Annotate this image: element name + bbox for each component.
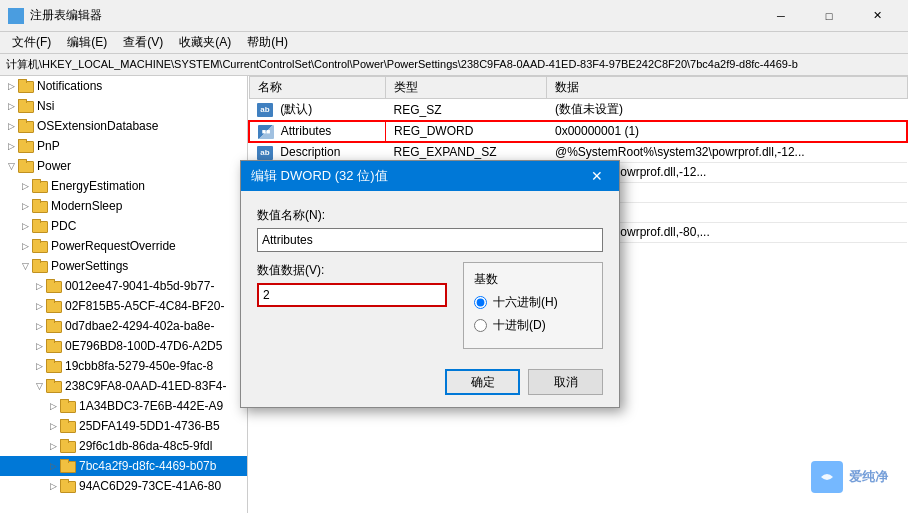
folder-icon bbox=[18, 139, 34, 153]
value-name-input[interactable] bbox=[257, 228, 603, 252]
tree-label: 1A34BDC3-7E6B-442E-A9 bbox=[79, 399, 223, 413]
menu-edit[interactable]: 编辑(E) bbox=[59, 32, 115, 53]
expand-icon: ▽ bbox=[32, 379, 46, 393]
menu-file[interactable]: 文件(F) bbox=[4, 32, 59, 53]
window-title: 注册表编辑器 bbox=[30, 7, 758, 24]
tree-label: 0012ee47-9041-4b5d-9b77- bbox=[65, 279, 214, 293]
folder-icon bbox=[32, 179, 48, 193]
edit-dialog: 编辑 DWORD (32 位)值 ✕ 数值名称(N): 数值数据(V): 基数 … bbox=[240, 160, 620, 408]
radio-hex-item[interactable]: 十六进制(H) bbox=[474, 294, 592, 311]
tree-label: Power bbox=[37, 159, 71, 173]
dialog-close-button[interactable]: ✕ bbox=[585, 164, 609, 188]
expand-icon: ▷ bbox=[18, 219, 32, 233]
tree-item-238c[interactable]: ▽ 238C9FA8-0AAD-41ED-83F4- bbox=[0, 376, 247, 396]
tree-item-powerrequest[interactable]: ▷ PowerRequestOverride bbox=[0, 236, 247, 256]
menu-view[interactable]: 查看(V) bbox=[115, 32, 171, 53]
dialog-buttons: 确定 取消 bbox=[241, 361, 619, 407]
tree-label: 238C9FA8-0AAD-41ED-83F4- bbox=[65, 379, 226, 393]
radio-dec[interactable] bbox=[474, 319, 487, 332]
tree-item-25df[interactable]: ▷ 25DFA149-5DD1-4736-B5 bbox=[0, 416, 247, 436]
tree-label: PowerSettings bbox=[51, 259, 128, 273]
expand-icon: ▷ bbox=[4, 79, 18, 93]
logo-icon bbox=[817, 467, 837, 487]
reg-name: ■■ Attributes bbox=[249, 121, 385, 142]
tree-item-29f6[interactable]: ▷ 29f6c1db-86da-48c5-9fdl bbox=[0, 436, 247, 456]
expand-icon: ▷ bbox=[32, 359, 46, 373]
folder-icon bbox=[60, 439, 76, 453]
title-bar: 注册表编辑器 ─ □ ✕ bbox=[0, 0, 908, 32]
radio-hex[interactable] bbox=[474, 296, 487, 309]
folder-icon bbox=[32, 259, 48, 273]
tree-item-1a34[interactable]: ▷ 1A34BDC3-7E6B-442E-A9 bbox=[0, 396, 247, 416]
tree-label: 25DFA149-5DD1-4736-B5 bbox=[79, 419, 220, 433]
tree-label: 19cbb8fa-5279-450e-9fac-8 bbox=[65, 359, 213, 373]
tree-item-7bc4[interactable]: ▷ 7bc4a2f9-d8fc-4469-b07b bbox=[0, 456, 247, 476]
tree-item-notifications[interactable]: ▷ Notifications bbox=[0, 76, 247, 96]
table-row[interactable]: ab (默认) REG_SZ (数值未设置) bbox=[249, 99, 907, 122]
tree-item-94ac[interactable]: ▷ 94AC6D29-73CE-41A6-80 bbox=[0, 476, 247, 496]
expand-icon: ▷ bbox=[46, 459, 60, 473]
folder-icon bbox=[46, 279, 62, 293]
expand-icon: ▷ bbox=[32, 319, 46, 333]
tree-item-power[interactable]: ▽ Power bbox=[0, 156, 247, 176]
radio-dec-item[interactable]: 十进制(D) bbox=[474, 317, 592, 334]
col-header-name[interactable]: 名称 bbox=[249, 77, 385, 99]
expand-icon: ▷ bbox=[4, 99, 18, 113]
radio-dec-label: 十进制(D) bbox=[493, 317, 546, 334]
table-row[interactable]: ■■ Attributes REG_DWORD 0x00000001 (1) bbox=[249, 121, 907, 142]
expand-icon: ▷ bbox=[46, 399, 60, 413]
expand-icon: ▷ bbox=[32, 339, 46, 353]
tree-item-0d7d[interactable]: ▷ 0d7dbae2-4294-402a-ba8e- bbox=[0, 316, 247, 336]
tree-label: 29f6c1db-86da-48c5-9fdl bbox=[79, 439, 212, 453]
folder-icon bbox=[60, 459, 76, 473]
expand-icon: ▷ bbox=[18, 239, 32, 253]
tree-label: Notifications bbox=[37, 79, 102, 93]
watermark-logo bbox=[811, 461, 843, 493]
cancel-button[interactable]: 取消 bbox=[528, 369, 603, 395]
menu-favorites[interactable]: 收藏夹(A) bbox=[171, 32, 239, 53]
expand-icon: ▷ bbox=[46, 439, 60, 453]
maximize-button[interactable]: □ bbox=[806, 2, 852, 30]
tree-item-0012[interactable]: ▷ 0012ee47-9041-4b5d-9b77- bbox=[0, 276, 247, 296]
close-button[interactable]: ✕ bbox=[854, 2, 900, 30]
folder-icon bbox=[60, 479, 76, 493]
folder-icon bbox=[60, 399, 76, 413]
menu-help[interactable]: 帮助(H) bbox=[239, 32, 296, 53]
tree-item-0e79[interactable]: ▷ 0E796BD8-100D-47D6-A2D5 bbox=[0, 336, 247, 356]
col-header-type[interactable]: 类型 bbox=[385, 77, 547, 99]
folder-icon bbox=[18, 119, 34, 133]
tree-item-modernsleep[interactable]: ▷ ModernSleep bbox=[0, 196, 247, 216]
reg-type-icon-ab: ab bbox=[257, 146, 273, 160]
tree-item-02f8[interactable]: ▷ 02F815B5-A5CF-4C84-BF20- bbox=[0, 296, 247, 316]
tree-item-pdc[interactable]: ▷ PDC bbox=[0, 216, 247, 236]
tree-item-energy[interactable]: ▷ EnergyEstimation bbox=[0, 176, 247, 196]
col-header-data[interactable]: 数据 bbox=[547, 77, 907, 99]
tree-item-pnp[interactable]: ▷ PnP bbox=[0, 136, 247, 156]
value-name-field: 数值名称(N): bbox=[257, 207, 603, 252]
tree-item-19cb[interactable]: ▷ 19cbb8fa-5279-450e-9fac-8 bbox=[0, 356, 247, 376]
dialog-title: 编辑 DWORD (32 位)值 bbox=[251, 167, 585, 185]
expand-icon: ▷ bbox=[18, 199, 32, 213]
reg-type: REG_DWORD bbox=[385, 121, 547, 142]
base-section: 基数 十六进制(H) 十进制(D) bbox=[463, 262, 603, 349]
tree-label: ModernSleep bbox=[51, 199, 122, 213]
tree-item-powersettings[interactable]: ▽ PowerSettings bbox=[0, 256, 247, 276]
watermark: 爱纯净 bbox=[811, 461, 888, 493]
menu-bar: 文件(F) 编辑(E) 查看(V) 收藏夹(A) 帮助(H) bbox=[0, 32, 908, 54]
tree-label: PowerRequestOverride bbox=[51, 239, 176, 253]
tree-label: PnP bbox=[37, 139, 60, 153]
reg-data: (数值未设置) bbox=[547, 99, 907, 122]
address-bar: 计算机\HKEY_LOCAL_MACHINE\SYSTEM\CurrentCon… bbox=[0, 54, 908, 76]
address-text: 计算机\HKEY_LOCAL_MACHINE\SYSTEM\CurrentCon… bbox=[6, 57, 798, 72]
minimize-button[interactable]: ─ bbox=[758, 2, 804, 30]
tree-label: Nsi bbox=[37, 99, 54, 113]
tree-item-nsi[interactable]: ▷ Nsi bbox=[0, 96, 247, 116]
folder-icon bbox=[32, 219, 48, 233]
value-data-input[interactable] bbox=[257, 283, 447, 307]
ok-button[interactable]: 确定 bbox=[445, 369, 520, 395]
tree-item-osext[interactable]: ▷ OSExtensionDatabase bbox=[0, 116, 247, 136]
tree-label: PDC bbox=[51, 219, 76, 233]
value-name-label: 数值名称(N): bbox=[257, 207, 603, 224]
value-data-field: 数值数据(V): bbox=[257, 262, 447, 307]
dialog-body: 数值名称(N): 数值数据(V): 基数 十六进制(H) 十进制(D) bbox=[241, 191, 619, 361]
